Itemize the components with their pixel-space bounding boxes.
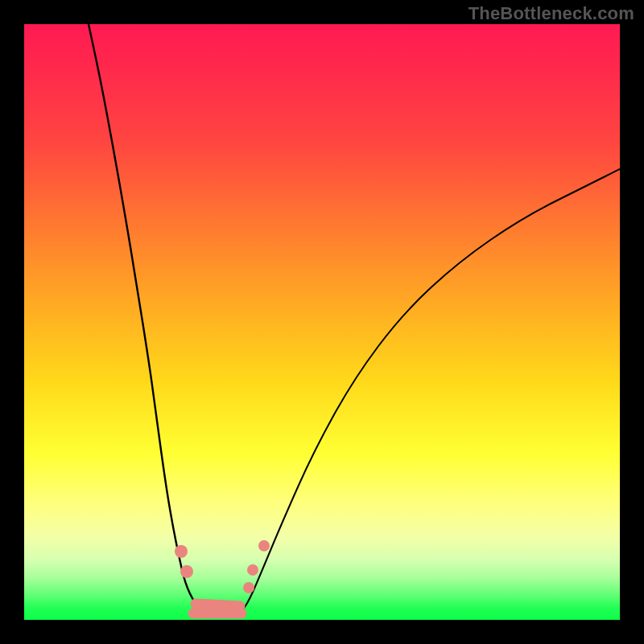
right-curve xyxy=(242,169,620,612)
watermark-text: TheBottleneck.com xyxy=(469,3,634,24)
chart-frame: TheBottleneck.com xyxy=(0,0,644,644)
marker-dot xyxy=(175,545,188,558)
left-curve xyxy=(89,24,205,612)
marker-dot xyxy=(247,564,258,576)
marker-dot xyxy=(180,565,193,578)
marker-group xyxy=(175,540,270,613)
plot-area xyxy=(24,24,620,620)
marker-segment xyxy=(196,604,240,606)
marker-dot xyxy=(243,582,254,593)
marker-dot xyxy=(258,540,270,551)
curve-layer xyxy=(24,24,620,620)
